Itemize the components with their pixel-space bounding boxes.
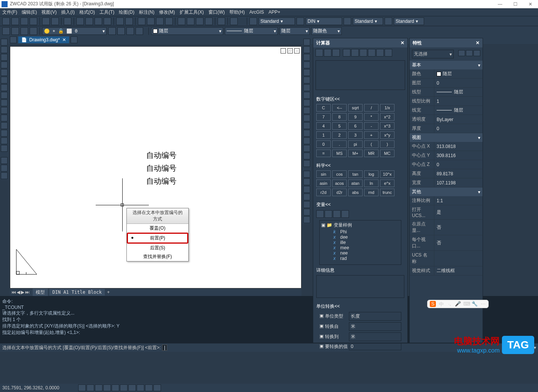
props-group-header[interactable]: 视图▾ [410,133,483,142]
layer3-icon[interactable] [21,27,28,35]
sci-button[interactable]: asin [316,179,331,187]
toolpalette-icon[interactable] [196,17,204,25]
calc-button[interactable]: = [316,150,331,157]
selection-dropdown[interactable]: 无选择 ▾ [412,50,454,58]
props-row[interactable]: 线型比例1 [410,97,483,106]
props-row[interactable]: 视觉样式二维线框 [410,266,483,276]
ime-logo-icon[interactable]: S [430,301,436,307]
sci-button[interactable]: tan [348,170,363,178]
calc-button[interactable]: M+ [348,150,363,157]
osnap5-icon[interactable] [303,201,310,208]
open-icon[interactable] [11,17,19,25]
calc-button[interactable]: 7 [316,113,331,121]
canvas-minimize-icon[interactable]: — [281,48,286,54]
ime-more-icon[interactable]: ⋯ [480,301,486,307]
table-style-dropdown[interactable]: Standard▾ [353,17,383,25]
var-new-icon[interactable] [316,210,324,218]
menu-item[interactable]: 工具(T) [99,9,114,16]
calc-button[interactable]: 1/x [380,104,394,112]
calc-button[interactable]: - [364,122,379,130]
numpad-section-label[interactable]: 数字键区<< [316,96,404,102]
otrack-toggle[interactable] [120,384,128,391]
var-item[interactable]: xdee [321,235,399,240]
calc-button[interactable]: 6 [348,122,363,130]
tablestyle-icon[interactable] [344,17,351,25]
minimize-button[interactable]: — [492,2,508,7]
variables-section-label[interactable]: 变量<< [316,202,404,208]
var-send-icon[interactable] [341,210,349,218]
props-row[interactable]: 高度89.8178 [410,169,483,178]
polar-toggle[interactable] [103,384,111,391]
menu-item[interactable]: 视图(V) [41,9,57,16]
pickadd-icon[interactable] [466,50,473,56]
zoom-window-icon[interactable] [156,17,164,25]
tab-prev-icon[interactable]: ◀ [17,290,20,295]
layer-icon[interactable] [2,27,10,35]
props-row[interactable]: 线型随层 [410,88,483,97]
calc-button[interactable]: 1 [316,131,331,139]
sci-button[interactable]: log [364,170,379,178]
props-row[interactable]: 中心点 X313.0818 [410,142,483,151]
calc-button[interactable]: C [316,104,331,112]
var-edit-icon[interactable] [325,210,332,218]
zoom-prev-icon[interactable] [165,17,173,25]
tab-last-icon[interactable]: ⏭ [25,290,30,295]
menu-item[interactable]: 插入(I) [61,9,74,16]
canvas-close-icon[interactable]: ✕ [294,48,300,54]
paste-icon[interactable] [95,17,102,25]
variables-tree[interactable]: ▣ 📁 变量样例 kPhixdeexillexmeexneexrad [319,220,401,265]
sci-button[interactable]: acos [332,179,347,187]
align-icon[interactable] [303,160,310,167]
props-row[interactable]: 中心点 Z0 [410,160,483,169]
snap-toggle[interactable] [78,384,86,391]
sci-button[interactable]: d2r [332,189,347,196]
lineweight-dropdown[interactable]: 随层▾ [279,27,310,35]
hatch2-icon[interactable] [1,145,8,152]
calc-button[interactable]: 5 [332,122,347,130]
calc-clear-icon[interactable] [316,49,323,57]
ellipsearc-icon[interactable] [1,115,8,121]
var-item[interactable]: xmee [321,245,399,250]
rotate-icon[interactable] [303,84,310,91]
calc-button[interactable]: x^2 [380,113,394,121]
close-button[interactable]: ✕ [523,2,538,7]
ime-punct[interactable]: ·, [446,301,453,307]
menu-item[interactable]: 格式(O) [79,9,95,16]
revcloud-icon[interactable] [1,92,8,99]
calc-help-icon[interactable] [385,49,392,57]
extend-icon[interactable] [303,115,310,121]
stretch-icon[interactable] [303,99,310,106]
menu-item[interactable]: 标注(N) [139,9,155,16]
cut-icon[interactable] [76,17,84,25]
block-icon[interactable] [1,130,8,137]
color-dropdown[interactable]: 随层▾ [151,27,223,35]
spline-icon[interactable] [1,99,8,106]
props-row[interactable]: 图层0 [410,79,483,88]
calc-button[interactable]: 0 [316,140,331,148]
layer2-icon[interactable] [11,27,19,35]
ortho-toggle[interactable] [95,384,103,391]
calculator-close-icon[interactable]: ✕ [401,40,404,46]
var-item[interactable]: kPhi [321,229,399,235]
sci-button[interactable]: rnd [364,189,379,196]
move-icon[interactable] [303,77,310,83]
ellipse-icon[interactable] [1,107,8,114]
osnap3-icon[interactable] [303,186,310,193]
sci-button[interactable]: sin [316,170,331,178]
scale-icon[interactable] [303,92,310,99]
calc-button[interactable]: pi [348,140,363,148]
sci-button[interactable]: 10^x [380,170,394,178]
calc-button[interactable]: 8 [332,113,347,121]
calc-hist-icon[interactable] [324,49,331,57]
calc-paste-icon[interactable] [332,49,340,57]
pline-icon[interactable] [1,54,8,61]
trim-icon[interactable] [303,107,310,114]
context-item-prefix[interactable]: ●前置(P) [127,233,188,244]
osnap6-icon[interactable] [303,209,310,216]
find-icon[interactable] [64,17,71,25]
calc-button[interactable]: MR [364,150,379,157]
erase-icon[interactable] [303,39,310,46]
context-item-suffix[interactable]: 后置(S) [127,244,188,252]
layer4-icon[interactable] [30,27,37,35]
tab-first-icon[interactable]: ⏮ [11,290,16,295]
